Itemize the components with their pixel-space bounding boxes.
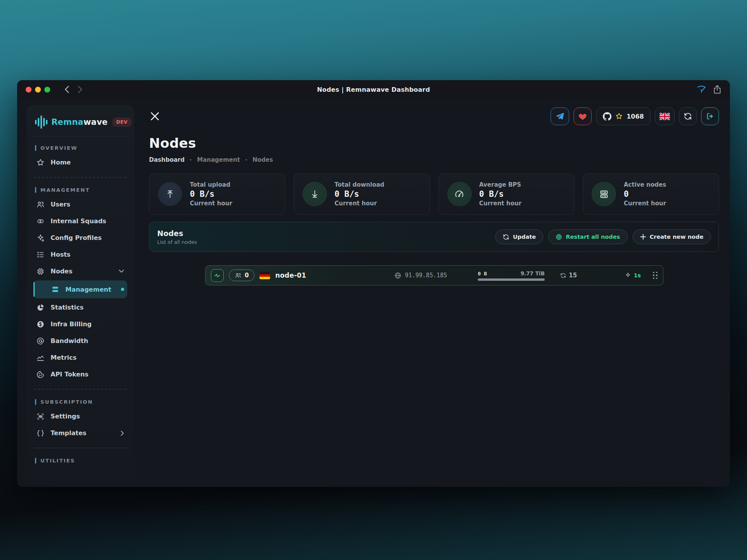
sidebar-item-templates[interactable]: Templates [33,425,127,441]
sidebar-item-bandwidth[interactable]: Bandwidth [33,332,127,349]
dashed-divider [34,177,126,178]
panel-title: Nodes [157,229,197,238]
sidebar-item-label: Statistics [51,304,84,311]
maximize-window-button[interactable] [44,87,50,93]
sidebar-item-infra-billing[interactable]: Infra Billing [33,316,127,332]
refresh-button[interactable] [679,107,697,125]
language-button[interactable] [655,107,675,125]
donate-heart-button[interactable] [573,107,592,125]
restart-all-nodes-button[interactable]: Restart all nodes [548,229,627,244]
stats-row: Total upload 0 B/s Current hour Total do… [149,173,719,215]
users-icon [235,272,242,278]
audio-wave-icon [35,114,47,130]
stat-card-total-download: Total download 0 B/s Current hour [294,173,430,215]
sidebar-item-settings[interactable]: Settings [33,408,127,425]
sidebar-item-internal-squads[interactable]: Internal Squads [33,213,127,229]
sparkle-icon [625,272,631,278]
uk-flag-icon [659,113,670,120]
globe-icon [394,272,402,279]
close-window-button[interactable] [26,87,32,93]
page-title: Nodes [149,135,719,151]
node-latency: 1s [625,272,641,278]
breadcrumb: Dashboard Management Nodes [149,156,719,163]
node-traffic: 0 B 9.77 TiB [478,270,545,281]
cookie-icon [36,370,45,379]
sidebar-item-label: Settings [51,413,80,420]
nodes-panel-header: Nodes List of all nodes Update Restart a… [149,222,719,252]
node-cycle: 15 [560,272,577,279]
create-new-node-button[interactable]: Create new node [633,229,711,244]
github-icon [603,112,612,121]
window-controls [26,87,50,93]
cycle-days: 15 [569,272,577,279]
section-header-subscription: SUBSCRIPTION [33,396,127,408]
desktop-background: Nodes | Remnawave Dashboard Remnawave DE… [0,0,747,560]
sidebar-item-statistics[interactable]: Statistics [33,299,127,316]
star-icon [36,158,45,167]
minimize-window-button[interactable] [35,87,41,93]
barcode-icon [36,412,45,421]
braces-icon [36,429,45,438]
dashed-divider [34,389,126,390]
plus-icon [640,234,646,240]
forward-button[interactable] [78,86,83,93]
node-name: node-01 [275,271,306,279]
drag-handle[interactable] [653,272,658,279]
node-users-badge: 0 [229,270,254,281]
close-page-icon[interactable] [149,110,161,122]
traffic-capacity: 9.77 TiB [521,270,545,276]
arrow-up-icon [158,182,182,206]
back-button[interactable] [64,86,69,93]
wiper-extension-icon[interactable] [697,85,706,94]
section-accent-bar [35,458,36,464]
germany-flag-icon [260,272,270,279]
breadcrumb-nodes[interactable]: Nodes [253,156,273,163]
sidebar-item-metrics[interactable]: Metrics [33,349,127,366]
dev-badge: DEV [112,117,132,127]
update-button[interactable]: Update [495,229,543,244]
star-icon [615,112,623,120]
cpu-icon [36,267,45,276]
sidebar-item-label: Nodes [51,268,72,275]
sidebar-item-label: Infra Billing [51,320,92,328]
chevron-down-icon [119,270,124,273]
sidebar-item-users[interactable]: Users [33,196,127,213]
sidebar-item-config-profiles[interactable]: Config Profiles [33,229,127,246]
sidebar-item-label: Internal Squads [51,217,106,225]
main-content: 1068 [134,99,730,487]
node-ip: 91.99.85.185 [394,272,447,279]
breadcrumb-management[interactable]: Management [197,156,240,163]
section-header-management: MANAGEMENT [33,184,127,196]
linked-rings-icon [36,217,45,226]
divider [32,136,129,136]
node-users-count: 0 [245,272,249,279]
app-logo: Remnawave DEV [33,113,127,130]
breadcrumb-separator [245,159,247,161]
sidebar-item-management[interactable]: Management [33,280,127,298]
line-chart-icon [36,354,45,362]
sidebar-item-home[interactable]: Home [33,154,127,171]
logout-button[interactable] [701,107,719,125]
dollar-circle-icon [36,320,45,329]
github-stars-button[interactable]: 1068 [596,107,651,125]
app-window: Nodes | Remnawave Dashboard Remnawave DE… [17,80,730,487]
section-accent-bar [35,187,36,193]
dashed-divider [34,448,126,448]
breadcrumb-separator [190,159,191,161]
sidebar-item-label: Metrics [51,354,77,361]
section-header-utilities: UTILITIES [33,455,127,467]
telegram-button[interactable] [551,107,569,125]
breadcrumb-dashboard[interactable]: Dashboard [149,156,184,163]
sidebar-item-label: Bandwidth [51,337,88,345]
share-icon[interactable] [713,85,721,94]
github-star-count: 1068 [626,113,644,120]
sidebar-item-hosts[interactable]: Hosts [33,246,127,263]
node-row[interactable]: 0 node-01 91.99.85.185 0 B 9.77 TiB [205,265,663,285]
refresh-icon [684,112,692,121]
pie-chart-icon [36,303,45,312]
sidebar-item-nodes[interactable]: Nodes [33,263,127,280]
section-accent-bar [35,399,36,405]
section-header-overview: OVERVIEW [33,142,127,154]
at-spiral-icon [36,337,45,345]
sidebar-item-api-tokens[interactable]: API Tokens [33,366,127,383]
